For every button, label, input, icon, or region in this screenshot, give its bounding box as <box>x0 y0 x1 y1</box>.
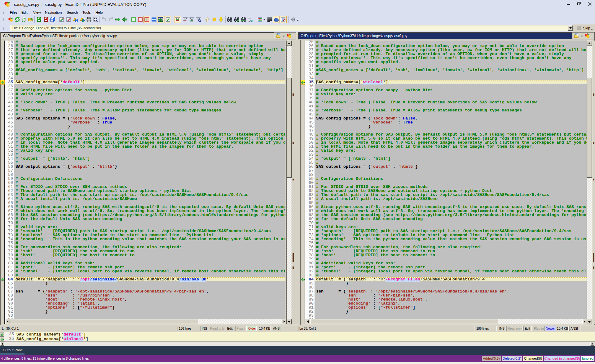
svg-text:AB: AB <box>249 20 253 22</box>
